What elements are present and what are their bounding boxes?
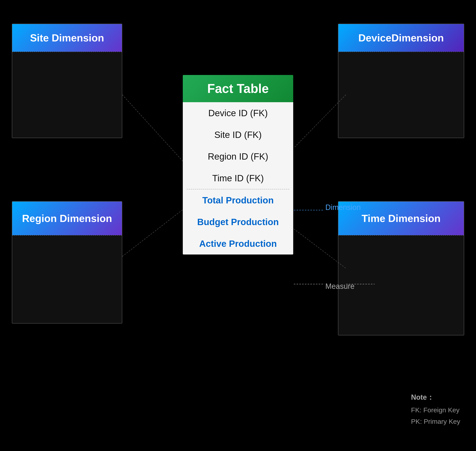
time-dimension-title: Time Dimension	[362, 212, 441, 225]
site-dimension-header: Site Dimension	[12, 24, 122, 52]
fact-measure-active: Active Production	[183, 233, 293, 255]
fact-table-header: Fact Table	[183, 75, 293, 102]
site-dimension-body	[12, 52, 122, 138]
svg-line-0	[122, 95, 183, 162]
region-dimension-body	[12, 236, 122, 324]
time-dimension-box: Time Dimension	[338, 201, 464, 335]
note-pk: PK: Primary Key	[411, 416, 460, 427]
device-dimension-header: DeviceDimension	[338, 24, 464, 52]
region-dimension-title: Region Dimension	[22, 212, 112, 225]
device-dimension-body	[338, 52, 464, 138]
fact-measure-budget: Budget Production	[183, 211, 293, 233]
fact-field-region-id: Region ID (FK)	[183, 146, 293, 167]
region-dimension-header: Region Dimension	[12, 202, 122, 235]
note-box: Note： FK: Foreign Key PK: Primary Key	[411, 391, 460, 427]
note-fk: FK: Foreign Key	[411, 404, 460, 416]
site-dimension-title: Site Dimension	[30, 32, 104, 44]
region-dimension-box: Region Dimension	[12, 201, 122, 324]
site-dimension-box: Site Dimension	[12, 24, 122, 138]
dimension-label: Dimension	[325, 203, 361, 212]
device-dimension-box: DeviceDimension	[338, 24, 464, 138]
fact-field-device-id: Device ID (FK)	[183, 102, 293, 124]
fact-table-body: Device ID (FK) Site ID (FK) Region ID (F…	[183, 102, 293, 255]
fact-table-title: Fact Table	[207, 81, 269, 96]
fact-field-site-id: Site ID (FK)	[183, 124, 293, 146]
fact-table: Fact Table Device ID (FK) Site ID (FK) R…	[183, 75, 293, 255]
fact-measure-total: Total Production	[183, 189, 293, 211]
svg-line-2	[122, 209, 183, 257]
measure-label: Measure	[325, 282, 354, 291]
note-title: Note：	[411, 391, 460, 403]
device-dimension-title: DeviceDimension	[358, 32, 444, 44]
time-dimension-body	[338, 236, 464, 335]
fact-field-time-id: Time ID (FK)	[183, 167, 293, 189]
